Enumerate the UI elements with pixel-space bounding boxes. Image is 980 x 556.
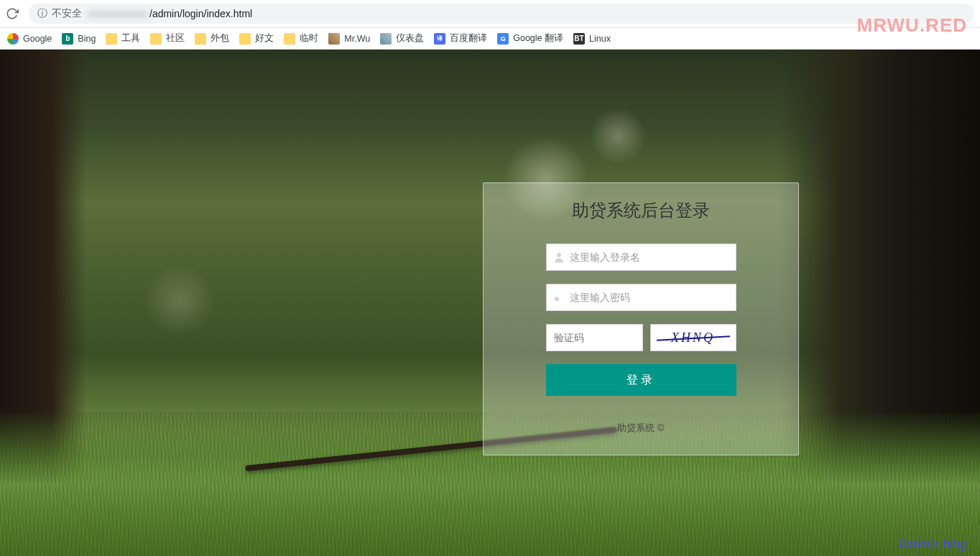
- bookmark-item[interactable]: 外包: [195, 32, 229, 45]
- username-input[interactable]: [570, 251, 730, 263]
- bookmarks-bar: GooglebBing工具社区外包好文临时Mr.Wu仪表盘译百度翻译GGoogl…: [0, 28, 980, 50]
- bookmark-item[interactable]: bBing: [62, 33, 96, 45]
- url-path: /admin/login/index.html: [149, 8, 252, 19]
- bookmark-label: 好文: [255, 32, 274, 45]
- bookmark-label: 外包: [211, 32, 229, 45]
- bookmark-item[interactable]: 仪表盘: [380, 32, 424, 45]
- info-icon: ⓘ: [37, 7, 47, 20]
- password-field-wrap: [546, 284, 736, 311]
- bookmark-label: Bing: [78, 34, 96, 44]
- password-input[interactable]: [570, 292, 730, 303]
- bookmark-label: 工具: [121, 32, 140, 45]
- login-panel: 助贷系统后台登录 XHNQ 登录 助贷系统 ©: [483, 182, 799, 455]
- reload-icon[interactable]: [6, 7, 19, 20]
- bookmark-label: Mr.Wu: [344, 34, 370, 44]
- bookmark-label: Linux: [589, 34, 611, 44]
- login-button[interactable]: 登录: [546, 364, 736, 396]
- bookmark-item[interactable]: 社区: [150, 32, 185, 45]
- bookmark-label: Google: [23, 34, 52, 44]
- bt-icon: BT: [573, 33, 585, 45]
- folder-icon: [150, 33, 162, 45]
- insecure-label: 不安全: [52, 7, 82, 20]
- bookmark-item[interactable]: BTLinux: [573, 33, 611, 45]
- bookmark-label: Google 翻译: [513, 32, 563, 45]
- captcha-row: XHNQ: [546, 324, 736, 351]
- captcha-input[interactable]: [546, 324, 643, 351]
- bookmark-item[interactable]: 临时: [284, 32, 318, 45]
- bookmark-item[interactable]: 译百度翻译: [434, 32, 487, 45]
- url-host-blurred: xxxxxxxxxxxx: [88, 8, 148, 19]
- bookmark-label: 仪表盘: [396, 32, 424, 45]
- username-field-wrap: [546, 244, 736, 271]
- watermark-bottom: 0xbin's blog: [900, 537, 968, 552]
- bookmark-item[interactable]: GGoogle 翻译: [497, 32, 563, 45]
- page-content: 助贷系统后台登录 XHNQ 登录 助贷系统 © 0xbin's blog: [0, 50, 980, 556]
- login-title: 助贷系统后台登录: [484, 199, 798, 222]
- baidu-icon: 译: [434, 33, 445, 45]
- folder-icon: [106, 33, 117, 45]
- dash-icon: [380, 33, 392, 45]
- google-icon: [7, 33, 19, 45]
- captcha-image[interactable]: XHNQ: [650, 324, 736, 351]
- browser-address-bar: ⓘ 不安全 xxxxxxxxxxxx /admin/login/index.ht…: [0, 0, 980, 28]
- watermark-top: MRWU.RED: [857, 14, 967, 37]
- bookmark-label: 百度翻译: [450, 32, 487, 45]
- folder-icon: [284, 33, 295, 45]
- key-icon: [553, 291, 565, 304]
- svg-point-0: [557, 253, 561, 257]
- bookmark-label: 临时: [300, 32, 318, 45]
- bing-icon: b: [62, 33, 73, 45]
- login-footer: 助贷系统 ©: [484, 422, 798, 435]
- folder-icon: [239, 33, 251, 45]
- bookmark-item[interactable]: Mr.Wu: [328, 33, 370, 45]
- mrwu-icon: [328, 33, 340, 45]
- svg-point-1: [555, 297, 559, 301]
- url-field[interactable]: ⓘ 不安全 xxxxxxxxxxxx /admin/login/index.ht…: [29, 4, 974, 24]
- gtrans-icon: G: [497, 33, 509, 45]
- user-icon: [553, 251, 565, 264]
- login-form: XHNQ 登录: [484, 244, 798, 396]
- bookmark-item[interactable]: Google: [7, 33, 52, 45]
- bookmark-item[interactable]: 好文: [239, 32, 274, 45]
- bookmark-item[interactable]: 工具: [106, 32, 140, 45]
- folder-icon: [195, 33, 206, 45]
- bookmark-label: 社区: [166, 32, 185, 45]
